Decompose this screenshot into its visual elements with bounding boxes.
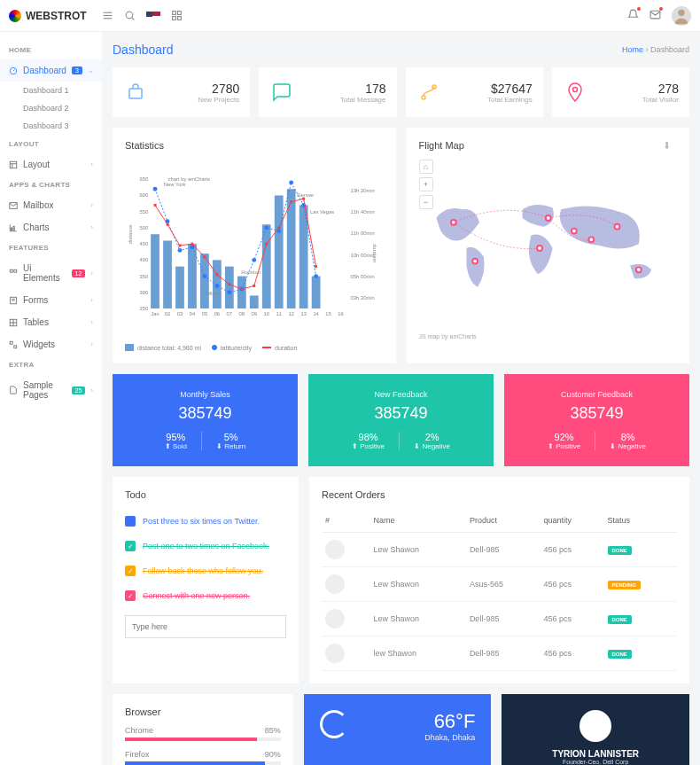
svg-text:450: 450 [140,241,149,246]
sidebar-item-layout[interactable]: Layout› [0,153,102,176]
brand-text: WEBSTROT [26,10,87,22]
stat-card-0: 2780New Projects [113,67,250,117]
svg-text:Jan: Jan [151,311,159,316]
breadcrumb-home[interactable]: Home [622,45,643,54]
pages-icon [9,386,18,394]
sidebar-item-forms[interactable]: Forms› [0,289,102,311]
logo[interactable]: WEBSTROT [9,10,102,22]
sidebar-item-ui[interactable]: Ui Elements 12 › [0,257,102,289]
svg-line-4 [132,18,135,20]
status-badge: DONE [608,546,632,555]
svg-point-118 [614,224,619,230]
svg-text:Las Vegas: Las Vegas [310,209,334,215]
svg-rect-12 [10,161,17,168]
sidebar-item-tables[interactable]: Tables› [0,311,102,333]
world-map[interactable] [419,168,678,328]
svg-rect-16 [12,228,12,230]
svg-rect-17 [13,226,14,230]
chart-legend: distance total: 4,980 mi latitude/city d… [125,344,384,351]
svg-text:09: 09 [252,311,257,316]
orders-card: Recent Orders # Name Product quantity St… [309,477,689,683]
svg-rect-7 [173,17,176,20]
weather-location: Dhaka, Dhaka [320,733,476,742]
home-button[interactable]: ⌂ [419,160,433,174]
todo-input[interactable] [125,615,286,638]
zoom-out-button[interactable]: − [419,195,433,209]
search-icon[interactable] [124,10,136,21]
svg-point-113 [450,220,455,225]
map-controls: ⌂ + − [419,160,433,209]
svg-rect-71 [287,189,296,308]
svg-text:10: 10 [264,311,270,316]
mail-wrapper[interactable] [649,9,661,22]
sidebar: HOME Dashboard 3 ⌄ Dashboard 1 Dashboard… [0,32,102,765]
svg-text:11h 00min: 11h 00min [351,230,375,236]
todo-item-1[interactable]: ✓ Post one to two times on Facebook. [125,534,286,558]
section-features: FEATURES [0,238,102,257]
menu-icon[interactable] [102,10,113,21]
color-card-0: Monthly Sales 385749 95%⬆ Sold 5%⬇ Retur… [113,374,298,466]
svg-rect-18 [10,269,12,272]
browser-title: Browser [125,706,281,717]
checkbox-icon[interactable]: ✓ [125,590,136,601]
zoom-in-button[interactable]: + [419,177,433,191]
svg-text:14: 14 [313,311,319,316]
svg-rect-55 [188,244,197,308]
download-icon[interactable]: ⬇ [663,140,677,154]
svg-rect-26 [10,341,12,344]
checkbox-icon[interactable]: ✓ [125,541,136,551]
avatar [325,540,345,559]
section-home: HOME [0,41,102,59]
sidebar-sub-dash1[interactable]: Dashboard 1 [0,82,102,99]
stat-icon [269,80,294,105]
color-card-1: New Feedback 385749 98%⬆ Positive 2%⬇ Ne… [308,374,494,466]
sidebar-item-sample[interactable]: Sample Pages 25 › [0,374,102,406]
breadcrumb-current: Dashboard [650,45,689,54]
svg-rect-8 [178,17,182,20]
svg-rect-61 [225,267,234,308]
svg-rect-6 [178,12,182,15]
sidebar-item-dashboard[interactable]: Dashboard 3 ⌄ [0,59,102,82]
svg-text:11h 40min: 11h 40min [351,209,375,215]
svg-text:16: 16 [338,311,343,316]
todo-title: Todo [125,489,286,500]
svg-text:Houston: Houston [241,269,261,275]
mailbox-icon [9,201,18,210]
checkbox-icon[interactable] [125,516,136,527]
svg-text:08: 08 [239,311,245,316]
svg-point-119 [571,229,576,234]
widgets-icon [9,340,18,349]
bell-icon [627,9,639,20]
sidebar-sub-dash3[interactable]: Dashboard 3 [0,117,102,135]
flag-icon[interactable] [146,12,160,20]
bell-wrapper[interactable] [627,9,639,22]
checkbox-icon[interactable]: ✓ [125,566,136,576]
statistics-card: Statistics 250300350400450500550600650di… [113,128,396,363]
sidebar-item-charts[interactable]: Charts› [0,216,102,238]
todo-item-2[interactable]: ✓ Follow back those who follow you. [125,558,286,583]
svg-text:05: 05 [202,311,207,316]
svg-point-31 [572,88,577,92]
svg-rect-63 [237,277,246,308]
browser-row-1: Firefox90% [125,750,281,765]
sidebar-item-mailbox[interactable]: Mailbox› [0,194,102,216]
svg-rect-5 [173,12,176,15]
section-layout: LAYOUT [0,135,102,153]
todo-item-3[interactable]: ✓ Connect with one new person. [125,583,286,608]
svg-point-120 [635,267,641,272]
grid-icon[interactable] [171,10,183,21]
table-row: Lew ShawonDell-985 456 pcs DONE [322,602,677,636]
sidebar-item-widgets[interactable]: Widgets› [0,333,102,355]
svg-text:400: 400 [140,257,149,262]
todo-card: Todo Post three to six times on Twitter.… [113,477,299,683]
svg-text:13h 20min: 13h 20min [351,188,375,193]
flight-title: Flight Map [419,140,678,151]
user-avatar[interactable] [672,6,691,26]
todo-item-0[interactable]: Post three to six times on Twitter. [125,509,286,534]
status-badge: PENDING [608,581,641,589]
ui-icon [9,269,18,277]
svg-text:10h 00min: 10h 00min [351,253,375,258]
sidebar-sub-dash2[interactable]: Dashboard 2 [0,99,102,117]
page-title: Dashboard [113,43,174,57]
svg-text:350: 350 [140,274,149,279]
